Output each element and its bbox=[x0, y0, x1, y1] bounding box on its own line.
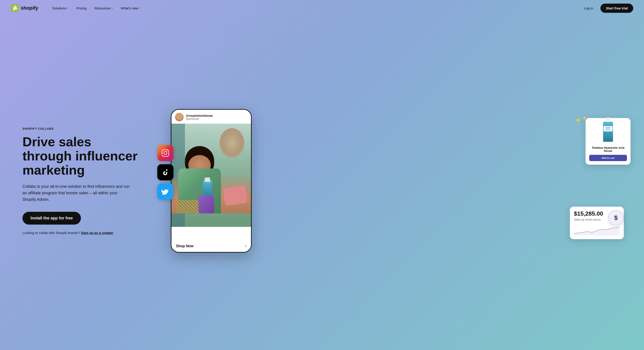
nav-item-resources[interactable]: Resources ▾ bbox=[92, 4, 116, 12]
nav-item-whats-new[interactable]: What's new ▾ bbox=[118, 4, 143, 12]
hero-headline: Drive sales through influencer marketing bbox=[22, 135, 139, 177]
hero-copy: SHOPIFY COLLABS Drive sales through infl… bbox=[22, 127, 139, 234]
phone-image-area bbox=[172, 124, 251, 227]
product-card: ✦ timeless Hyaluronic Acid Serum Timeles… bbox=[586, 118, 630, 165]
shop-now-bar[interactable]: Shop Now › bbox=[172, 240, 251, 252]
svg-point-3 bbox=[167, 151, 168, 152]
install-app-button[interactable]: Install the app for free bbox=[22, 212, 81, 225]
twitter-icon[interactable] bbox=[157, 183, 174, 200]
product-image: timeless Hyaluronic Acid Serum bbox=[601, 122, 615, 144]
login-button[interactable]: Log in bbox=[581, 4, 597, 12]
social-icons-group bbox=[157, 145, 174, 200]
hero-visual: ✦ ✦ ✦ bbox=[153, 105, 626, 257]
logo[interactable]: shopify bbox=[11, 4, 38, 12]
sales-card: $15,285.00 Sales by social source $ bbox=[570, 207, 624, 239]
post-header: @maybeitslellamae Sponsored bbox=[172, 110, 251, 124]
shopify-logo-icon bbox=[11, 4, 19, 12]
post-handle: @maybeitslellamae bbox=[186, 114, 213, 117]
nav-right: Log in Start free trial bbox=[581, 3, 633, 13]
dollar-badge: $ bbox=[608, 210, 624, 226]
shop-now-arrow-icon: › bbox=[245, 244, 246, 248]
svg-rect-1 bbox=[162, 150, 169, 156]
creator-prompt: Looking to collab with Shopify brands? S… bbox=[22, 231, 139, 235]
sales-chart bbox=[574, 224, 620, 236]
avatar bbox=[175, 113, 184, 121]
hero-body: Collabs is your all-in-one solution to f… bbox=[22, 183, 130, 203]
chevron-down-icon: ▾ bbox=[67, 7, 68, 9]
chevron-down-icon: ▾ bbox=[112, 7, 113, 9]
product-name: Timeless Hyaluronic Acid Serum bbox=[589, 146, 627, 153]
nav-item-solutions[interactable]: Solutions ▾ bbox=[49, 4, 71, 12]
hero-section: SHOPIFY COLLABS Drive sales through infl… bbox=[0, 16, 644, 350]
add-to-cart-button[interactable]: Add to cart bbox=[589, 155, 627, 161]
sparkle-icon-1: ✦ bbox=[575, 116, 581, 125]
product-tag: SHOPIFY COLLABS bbox=[22, 127, 139, 130]
nav-links: Solutions ▾ Pricing Resources ▾ What's n… bbox=[49, 4, 580, 12]
svg-point-2 bbox=[164, 152, 167, 155]
instagram-icon[interactable] bbox=[157, 145, 174, 161]
creator-signup-link[interactable]: Sign up as a creator bbox=[81, 231, 113, 235]
chevron-down-icon: ▾ bbox=[139, 7, 140, 9]
tiktok-icon[interactable] bbox=[157, 164, 174, 180]
logo-wordmark: shopify bbox=[21, 5, 38, 11]
sparkle-product-icon: ✦ bbox=[582, 114, 587, 122]
phone-mockup: @maybeitslellamae Sponsored bbox=[171, 109, 252, 253]
start-trial-button[interactable]: Start free trial bbox=[600, 3, 633, 13]
post-sponsored-label: Sponsored bbox=[186, 117, 213, 121]
nav-item-pricing[interactable]: Pricing bbox=[73, 4, 90, 12]
shop-now-label: Shop Now bbox=[176, 244, 194, 248]
navbar: shopify Solutions ▾ Pricing Resources ▾ … bbox=[0, 0, 644, 16]
